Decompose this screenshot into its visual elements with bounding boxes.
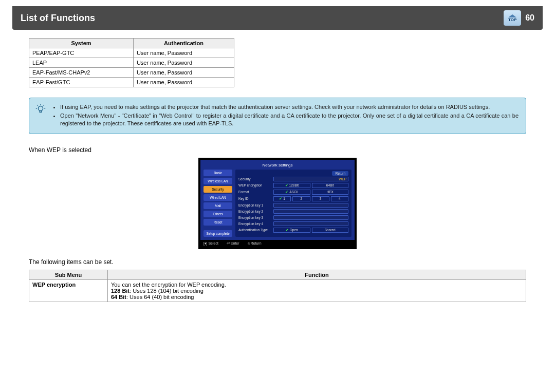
- wep-heading: When WEP is selected: [29, 146, 526, 154]
- tip-bulb-icon: [34, 103, 47, 128]
- opt-shared[interactable]: Shared: [312, 228, 349, 233]
- sidebar-item-security[interactable]: Security: [203, 186, 232, 193]
- opt-hex[interactable]: HEX: [312, 190, 349, 195]
- sidebar-item-reset[interactable]: Reset: [203, 219, 232, 226]
- opt-key3[interactable]: 3: [312, 196, 329, 201]
- page-content: System Authentication PEAP/EAP-GTC User …: [0, 30, 555, 312]
- header-right: TOP 60: [504, 10, 534, 26]
- table-row: EAP-Fast/MS-CHAPv2 User name, Password: [29, 68, 234, 78]
- pu-footer: [♦] Select ⏎ Enter ⎋ Return: [200, 240, 355, 247]
- func-sub: WEP encryption: [29, 279, 108, 302]
- function-table: Sub Menu Function WEP encryption You can…: [29, 270, 526, 302]
- enc-key-1[interactable]: [273, 203, 348, 208]
- enc-key-4[interactable]: [273, 221, 348, 226]
- auth-table: System Authentication PEAP/EAP-GTC User …: [29, 38, 234, 87]
- table-row: EAP-Fast/GTC User name, Password: [29, 78, 234, 87]
- top-home-icon[interactable]: TOP: [504, 10, 521, 26]
- func-col-func: Function: [108, 270, 526, 279]
- func-desc: You can set the encryption for WEP encod…: [108, 279, 526, 302]
- auth-col-auth: Authentication: [133, 39, 234, 48]
- opt-key1[interactable]: ✔1: [273, 196, 291, 201]
- info-list: If using EAP, you need to make settings …: [52, 103, 519, 128]
- svg-line-4: [37, 105, 38, 105]
- following-text: The following items can be set.: [29, 258, 526, 266]
- opt-64bit[interactable]: 64Bit: [312, 183, 349, 188]
- pu-title: Network settings: [203, 163, 351, 167]
- pu-sidebar: Basic Wireless LAN Security Wired LAN Ma…: [203, 170, 232, 237]
- info-item: Open "Network Menu" - "Certificate" in "…: [60, 112, 519, 127]
- pu-main: Return Security WEP WEP encryption ✔128B…: [235, 170, 351, 237]
- auth-col-system: System: [29, 39, 134, 48]
- sidebar-item-others[interactable]: Others: [203, 211, 232, 217]
- table-row: LEAP User name, Password: [29, 58, 234, 68]
- sidebar-item-mail[interactable]: Mail: [203, 202, 232, 209]
- sidebar-item-wired[interactable]: Wired LAN: [203, 194, 232, 201]
- svg-point-0: [38, 106, 43, 111]
- page-number: 60: [525, 13, 534, 23]
- table-row: PEAP/EAP-GTC User name, Password: [29, 48, 234, 58]
- enc-key-2[interactable]: [273, 209, 348, 214]
- projector-screenshot: Network settings Basic Wireless LAN Secu…: [29, 158, 526, 249]
- opt-ascii[interactable]: ✔ASCII: [273, 190, 310, 195]
- sidebar-item-complete[interactable]: Setup complete: [203, 230, 232, 237]
- page-header: List of Functions TOP 60: [12, 6, 543, 30]
- svg-line-5: [44, 105, 44, 105]
- svg-rect-6: [40, 111, 42, 113]
- page-title: List of Functions: [21, 13, 95, 24]
- sidebar-item-basic[interactable]: Basic: [203, 170, 232, 176]
- enc-key-3[interactable]: [273, 215, 348, 220]
- opt-128bit[interactable]: ✔128Bit: [273, 183, 310, 188]
- sidebar-item-wireless[interactable]: Wireless LAN: [203, 178, 232, 184]
- opt-key2[interactable]: 2: [292, 196, 310, 201]
- security-value[interactable]: WEP: [273, 177, 348, 181]
- opt-key4[interactable]: 4: [331, 196, 348, 201]
- info-callout: If using EAP, you need to make settings …: [29, 98, 526, 134]
- pu-return[interactable]: Return: [238, 172, 348, 175]
- info-item: If using EAP, you need to make settings …: [60, 103, 519, 111]
- top-label: TOP: [508, 17, 516, 22]
- opt-open[interactable]: ✔Open: [273, 228, 310, 233]
- table-row: WEP encryption You can set the encryptio…: [29, 279, 526, 302]
- func-col-sub: Sub Menu: [29, 270, 108, 279]
